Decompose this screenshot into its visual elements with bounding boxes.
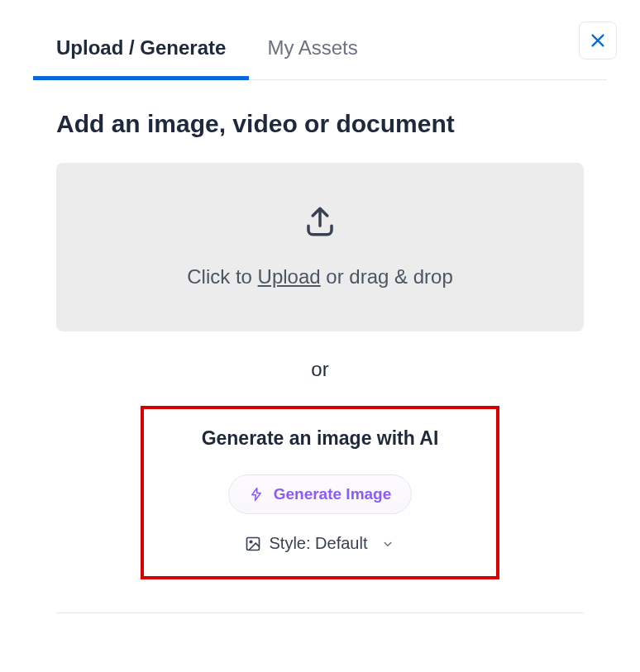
upload-link-word: Upload: [258, 265, 321, 288]
tab-label: Upload / Generate: [56, 36, 226, 59]
tab-label: My Assets: [267, 36, 357, 59]
lightning-icon: [249, 487, 264, 502]
upload-dropzone[interactable]: Click to Upload or drag & drop: [56, 163, 584, 331]
upload-icon: [303, 204, 337, 242]
image-icon: [245, 536, 261, 552]
tab-upload-generate[interactable]: Upload / Generate: [56, 25, 226, 79]
upload-text-suffix: or drag & drop: [321, 265, 453, 288]
close-button[interactable]: [579, 21, 617, 60]
upload-text: Click to Upload or drag & drop: [187, 265, 453, 288]
chevron-down-icon: [380, 536, 395, 551]
tabs: Upload / Generate My Assets: [33, 25, 607, 80]
tab-my-assets[interactable]: My Assets: [267, 25, 357, 79]
ai-heading: Generate an image with AI: [202, 427, 439, 450]
separator-or: or: [56, 358, 584, 381]
ai-generate-section: Generate an image with AI Generate Image…: [141, 406, 500, 579]
upload-text-prefix: Click to: [187, 265, 257, 288]
divider: [56, 612, 584, 613]
style-selector[interactable]: Style: Default: [245, 534, 396, 553]
svg-point-1: [250, 541, 252, 543]
close-icon: [589, 31, 607, 50]
page-title: Add an image, video or document: [56, 110, 584, 138]
style-label: Style: Default: [270, 534, 368, 553]
generate-image-button[interactable]: Generate Image: [228, 474, 413, 514]
generate-button-label: Generate Image: [274, 485, 392, 503]
